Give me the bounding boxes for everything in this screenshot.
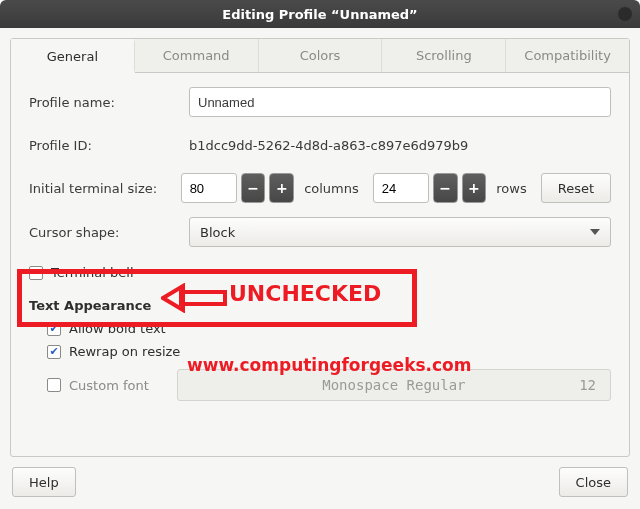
rewrap-checkbox[interactable] [47, 345, 61, 359]
columns-unit: columns [304, 181, 359, 196]
rows-decrement-button[interactable]: − [433, 173, 458, 203]
rows-increment-button[interactable]: + [462, 173, 487, 203]
row-initial-size: Initial terminal size: − + columns − + r… [29, 173, 611, 203]
columns-decrement-button[interactable]: − [241, 173, 266, 203]
allow-bold-checkbox[interactable] [47, 322, 61, 336]
cursor-shape-label: Cursor shape: [29, 225, 189, 240]
reset-size-button[interactable]: Reset [541, 173, 611, 203]
cursor-shape-value: Block [200, 225, 235, 240]
cursor-shape-dropdown[interactable]: Block [189, 217, 611, 247]
text-appearance-title: Text Appearance [29, 298, 611, 313]
profile-name-input[interactable] [189, 87, 611, 117]
row-profile-id: Profile ID: b1dcc9dd-5262-4d8d-a863-c897… [29, 131, 611, 159]
window-titlebar: Editing Profile “Unnamed” [0, 0, 640, 28]
columns-increment-button[interactable]: + [269, 173, 294, 203]
row-allow-bold: Allow bold text [47, 321, 611, 336]
notebook-panel: General Command Colors Scrolling Compati… [10, 38, 630, 457]
tab-compatibility[interactable]: Compatibility [506, 39, 629, 72]
tab-bar: General Command Colors Scrolling Compati… [11, 39, 629, 73]
row-rewrap: Rewrap on resize [47, 344, 611, 359]
terminal-bell-checkbox[interactable] [29, 266, 43, 280]
allow-bold-label: Allow bold text [69, 321, 166, 336]
rows-unit: rows [496, 181, 526, 196]
profile-id-label: Profile ID: [29, 138, 189, 153]
font-name: Monospace Regular [322, 377, 465, 393]
general-form: Profile name: Profile ID: b1dcc9dd-5262-… [11, 73, 629, 411]
dialog-footer: Help Close [10, 467, 630, 499]
rows-input[interactable] [373, 173, 429, 203]
help-button[interactable]: Help [12, 467, 76, 497]
custom-font-checkbox[interactable] [47, 378, 61, 392]
rewrap-label: Rewrap on resize [69, 344, 180, 359]
dialog-body: General Command Colors Scrolling Compati… [0, 28, 640, 509]
row-custom-font: Custom font Monospace Regular 12 [29, 369, 611, 401]
row-cursor-shape: Cursor shape: Block [29, 217, 611, 247]
initial-size-label: Initial terminal size: [29, 181, 181, 196]
row-terminal-bell: Terminal bell [29, 265, 611, 280]
profile-name-label: Profile name: [29, 95, 189, 110]
font-size: 12 [579, 377, 596, 393]
tab-command[interactable]: Command [135, 39, 259, 72]
profile-id-value: b1dcc9dd-5262-4d8d-a863-c897e6d979b9 [189, 138, 468, 153]
tab-colors[interactable]: Colors [259, 39, 383, 72]
tab-scrolling[interactable]: Scrolling [382, 39, 506, 72]
tab-general[interactable]: General [11, 39, 135, 73]
columns-input[interactable] [181, 173, 237, 203]
chevron-down-icon [590, 229, 600, 235]
font-chooser-button: Monospace Regular 12 [177, 369, 611, 401]
window-close-button[interactable] [618, 7, 632, 21]
terminal-bell-label: Terminal bell [51, 265, 134, 280]
window-title: Editing Profile “Unnamed” [222, 7, 417, 22]
row-profile-name: Profile name: [29, 87, 611, 117]
custom-font-label: Custom font [69, 378, 149, 393]
close-button[interactable]: Close [559, 467, 628, 497]
